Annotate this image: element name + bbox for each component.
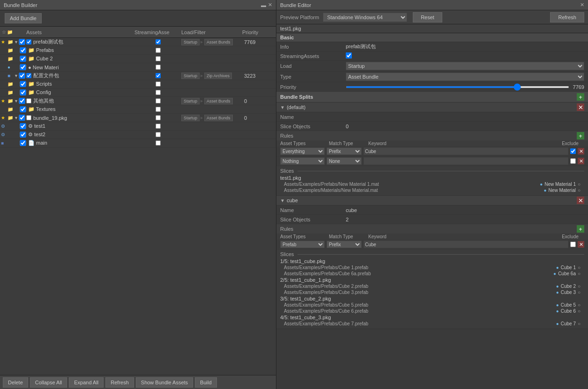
priority-cell: 0 — [242, 98, 275, 104]
circle-button[interactable]: ○ — [578, 271, 581, 276]
filter-badge[interactable]: Asset Bunds — [204, 115, 233, 121]
delete-rule-button[interactable]: ✕ — [578, 148, 584, 154]
row-inner-checkbox[interactable] — [26, 115, 31, 120]
right-panel: Bundle Editor ✕ Preview Platform Standal… — [276, 0, 588, 389]
collapse-all-button[interactable]: Collapse All — [30, 377, 67, 388]
row-checkbox[interactable] — [19, 73, 25, 79]
delete-rule-button[interactable]: ✕ — [578, 241, 584, 248]
remove-split-button[interactable]: ✕ — [577, 197, 584, 204]
rules-title: Rules — [280, 133, 577, 139]
close-left-icon[interactable]: ✕ — [268, 2, 272, 8]
streaming-checkbox[interactable] — [156, 81, 161, 87]
build-button[interactable]: Build — [195, 377, 216, 388]
row-checkbox[interactable] — [20, 64, 26, 70]
row-checkbox[interactable] — [20, 81, 26, 87]
circle-button[interactable]: ○ — [578, 321, 581, 326]
row-checkbox[interactable] — [19, 39, 25, 45]
streaming-checkbox[interactable] — [156, 39, 161, 44]
circle-button[interactable]: ○ — [578, 265, 581, 270]
streaming-checkbox[interactable] — [156, 65, 161, 70]
filter-badge[interactable]: Asset Bunds — [204, 39, 233, 45]
match-type-select[interactable]: Prefix — [327, 241, 362, 248]
asset-type-select[interactable]: Nothing — [280, 157, 325, 165]
default-split-header: ▼ (default) ✕ — [276, 103, 588, 112]
basic-section-title: Basic — [276, 33, 588, 42]
show-bundle-assets-button[interactable]: Show Bundle Assets — [136, 377, 193, 388]
circle-button[interactable]: ○ — [578, 284, 581, 289]
load-select[interactable]: Startup — [346, 62, 584, 70]
row-checkbox[interactable] — [20, 106, 26, 112]
circle-button[interactable]: ○ — [578, 188, 581, 193]
keyword-input[interactable] — [364, 241, 568, 248]
keyword-input[interactable] — [364, 157, 568, 165]
row-checkbox[interactable] — [20, 140, 26, 146]
exclude-checkbox[interactable] — [570, 242, 576, 247]
row-label: ⚙ test2 — [26, 132, 134, 138]
collapse-icon[interactable]: ▼ — [280, 105, 285, 110]
expand-all-button[interactable]: Expand All — [69, 377, 104, 388]
reset-button[interactable]: Reset — [413, 12, 442, 22]
streaming-checkbox[interactable] — [156, 124, 161, 129]
streaming-checkbox[interactable] — [156, 56, 161, 61]
add-rule-button[interactable]: + — [577, 132, 584, 139]
bottom-bar: Delete Collapse All Expand All Refresh S… — [0, 375, 276, 389]
load-badge[interactable]: Startup — [181, 98, 200, 104]
delete-rule-button[interactable]: ✕ — [578, 158, 584, 164]
add-bundle-button[interactable]: Add Bundle — [5, 13, 42, 23]
load-badge[interactable]: Startup — [181, 115, 200, 121]
expand-icon[interactable]: ▼ — [14, 73, 19, 78]
refresh-button[interactable]: Refresh — [105, 377, 134, 388]
streaming-checkbox[interactable] — [156, 140, 161, 146]
prefab-icon: ● — [553, 271, 556, 276]
filter-badge[interactable]: Zip Archives — [204, 73, 232, 79]
row-inner-checkbox[interactable] — [26, 73, 31, 78]
match-type-select[interactable]: None — [327, 157, 362, 165]
delete-button[interactable]: Delete — [3, 377, 28, 388]
keyword-input[interactable] — [364, 147, 568, 155]
streaming-checkbox[interactable] — [156, 98, 161, 103]
minimize-icon[interactable]: ▬ — [261, 2, 266, 8]
row-inner-checkbox[interactable] — [26, 39, 31, 44]
load-badge[interactable]: Startup — [181, 73, 200, 79]
load-badge[interactable]: Startup — [181, 39, 200, 45]
streaming-checkbox[interactable] — [156, 73, 161, 78]
streaming-assets-checkbox[interactable] — [346, 52, 352, 59]
expand-icon[interactable]: ▼ — [14, 99, 19, 103]
row-checkbox[interactable] — [20, 132, 26, 138]
right-close-icon[interactable]: ✕ — [580, 2, 584, 8]
streaming-checkbox[interactable] — [156, 115, 161, 120]
add-rule-button[interactable]: + — [577, 225, 584, 233]
streaming-checkbox[interactable] — [156, 132, 161, 137]
priority-slider[interactable] — [346, 86, 569, 88]
remove-split-button[interactable]: ✕ — [577, 103, 584, 111]
row-checkbox[interactable] — [19, 115, 25, 121]
circle-button[interactable]: ○ — [578, 302, 581, 308]
filter-badge[interactable]: Asset Bunds — [204, 98, 233, 104]
streaming-checkbox[interactable] — [156, 90, 161, 95]
row-checkbox[interactable] — [20, 56, 26, 62]
platform-select[interactable]: Standalone Windows 64 — [323, 13, 407, 22]
circle-button[interactable]: ○ — [578, 290, 581, 295]
row-inner-checkbox[interactable] — [26, 98, 31, 103]
type-select[interactable]: Asset Bundle — [346, 73, 584, 81]
match-type-select[interactable]: Prefix — [327, 147, 362, 155]
circle-button[interactable]: ○ — [578, 308, 581, 314]
exclude-checkbox[interactable] — [570, 148, 576, 154]
slice-asset-row: Assets/Examples/Prefabs/Cube 3.prefab ● … — [280, 289, 584, 295]
row-checkbox[interactable] — [20, 47, 26, 53]
streaming-checkbox[interactable] — [156, 107, 161, 112]
circle-button[interactable]: ○ — [578, 182, 581, 187]
refresh-top-button[interactable]: Refresh — [550, 12, 584, 22]
default-split-section: ▼ (default) ✕ Name Slice Objects 0 Rules… — [276, 103, 588, 196]
row-checkbox[interactable] — [20, 123, 26, 129]
row-checkbox[interactable] — [20, 89, 26, 95]
collapse-icon[interactable]: ▼ — [280, 198, 285, 203]
add-split-button[interactable]: + — [577, 93, 584, 101]
asset-type-select[interactable]: Prefab — [280, 241, 325, 248]
exclude-checkbox[interactable] — [570, 158, 576, 164]
expand-icon[interactable]: ▼ — [14, 116, 19, 120]
asset-type-select[interactable]: Everything — [280, 147, 325, 155]
expand-icon[interactable]: ▼ — [14, 40, 19, 44]
streaming-checkbox[interactable] — [156, 48, 161, 53]
row-checkbox[interactable] — [19, 98, 25, 104]
